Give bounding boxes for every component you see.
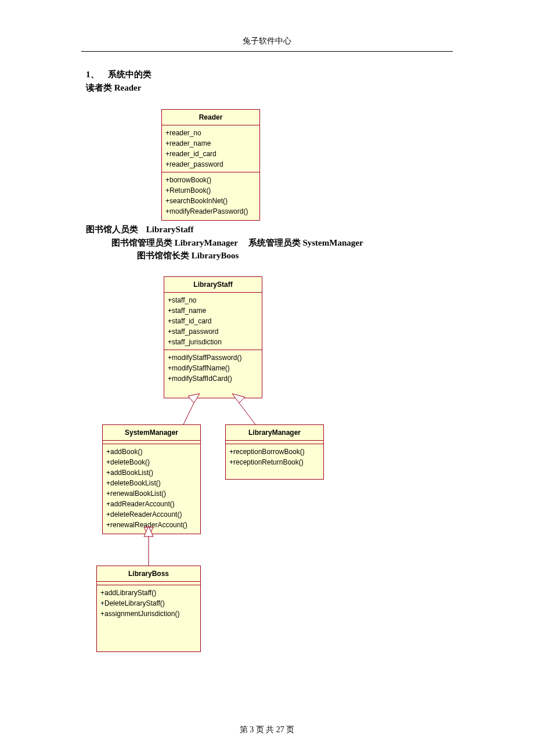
uml-class-librarymanager: LibraryManager +receptionBorrowBook() +r… [225, 424, 324, 480]
uml-attr: +staff_name [168, 305, 258, 316]
uml-title: Reader [162, 110, 259, 125]
uml-op: +renewalBookList() [106, 488, 197, 499]
uml-op: +addBook() [106, 447, 197, 457]
lm-label: 图书馆管理员类 LibraryManager [111, 238, 238, 247]
uml-op: +modifyStaffName() [168, 363, 258, 373]
reader-diagram: Reader +reader_no +reader_name +reader_i… [86, 98, 446, 219]
uml-op: +modifyStaffIdCard() [168, 373, 258, 384]
section-title: 系统中的类 [108, 70, 151, 79]
uml-op: +receptionBorrowBook() [229, 447, 320, 457]
section-number: 1、 [86, 70, 99, 79]
page-number-label: 第 3 页 共 27 页 [240, 725, 295, 734]
boss-label: 图书馆馆长类 LibraryBoos [86, 249, 448, 262]
uml-op: +borrowBook() [165, 175, 256, 185]
uml-attr: +staff_password [168, 326, 258, 337]
uml-class-systemmanager: SystemManager +addBook() +deleteBook() +… [102, 424, 201, 534]
uml-ops: +modifyStaffPassword() +modifyStaffName(… [164, 350, 262, 398]
uml-op: +searchBookInNet() [165, 196, 256, 206]
uml-attrs: +staff_no +staff_name +staff_id_card +st… [164, 293, 262, 350]
uml-ops: +addLibraryStaff() +DeleteLibraryStaff()… [97, 585, 200, 651]
uml-op: +modifyStaffPassword() [168, 352, 258, 363]
uml-op: +addLibraryStaff() [100, 588, 197, 598]
uml-title: SystemManager [103, 425, 200, 441]
uml-op: +receptionReturnBook() [229, 457, 320, 467]
uml-op: +DeleteLibraryStaff() [100, 598, 197, 609]
staff-hierarchy-diagram: LibraryStaff +staff_no +staff_name +staf… [86, 266, 446, 684]
subclasses-line-1: 图书馆管理员类 LibraryManager 系统管理员类 SystemMana… [86, 236, 448, 250]
sm-label: 系统管理员类 SystemManager [248, 238, 363, 247]
uml-attrs: +reader_no +reader_name +reader_id_card … [162, 125, 259, 172]
staff-label-pre: 图书馆人员类 [86, 225, 138, 234]
uml-attr: +staff_no [168, 295, 258, 305]
uml-attr: +reader_name [165, 138, 256, 149]
uml-attr: +reader_id_card [165, 149, 256, 159]
uml-op: +renewalReaderAccount() [106, 520, 197, 530]
uml-attr: +reader_password [165, 159, 256, 170]
page-content: 1、 系统中的类 读者类 Reader Reader +reader_no +r… [0, 52, 534, 684]
reader-class-label: 读者类 Reader [86, 81, 448, 95]
uml-op: +deleteReaderAccount() [106, 509, 197, 520]
uml-op: +assignmentJurisdiction() [100, 609, 197, 619]
uml-ops: +receptionBorrowBook() +receptionReturnB… [226, 444, 323, 479]
page-footer: 第 3 页 共 27 页 [0, 725, 534, 735]
uml-ops: +addBook() +deleteBook() +addBookList() … [103, 444, 200, 534]
library-staff-heading: 图书馆人员类 LibraryStaff [86, 223, 448, 236]
uml-title: LibraryStaff [164, 277, 262, 293]
section-heading: 1、 系统中的类 [86, 68, 448, 81]
uml-class-reader: Reader +reader_no +reader_name +reader_i… [161, 109, 260, 221]
page-header-center: 兔子软件中心 [0, 0, 534, 46]
uml-attr: +staff_id_card [168, 316, 258, 326]
uml-attr: +staff_jurisdiction [168, 337, 258, 347]
svg-line-2 [239, 403, 255, 424]
uml-ops: +borrowBook() +ReturnBook() +searchBookI… [162, 172, 259, 220]
uml-op: +addBookList() [106, 467, 197, 478]
uml-op: +addReaderAccount() [106, 499, 197, 509]
uml-attr: +reader_no [165, 128, 256, 138]
uml-title: LibraryBoss [97, 566, 200, 582]
uml-op: +deleteBookList() [106, 478, 197, 488]
uml-class-librarystaff: LibraryStaff +staff_no +staff_name +staf… [164, 276, 262, 398]
svg-line-0 [183, 403, 194, 424]
uml-op: +ReturnBook() [165, 185, 256, 196]
uml-op: +modifyReaderPassword() [165, 206, 256, 217]
uml-op: +deleteBook() [106, 457, 197, 467]
uml-class-libraryboss: LibraryBoss +addLibraryStaff() +DeleteLi… [96, 566, 201, 652]
staff-label-cls: LibraryStaff [146, 225, 194, 234]
uml-title: LibraryManager [226, 425, 323, 441]
